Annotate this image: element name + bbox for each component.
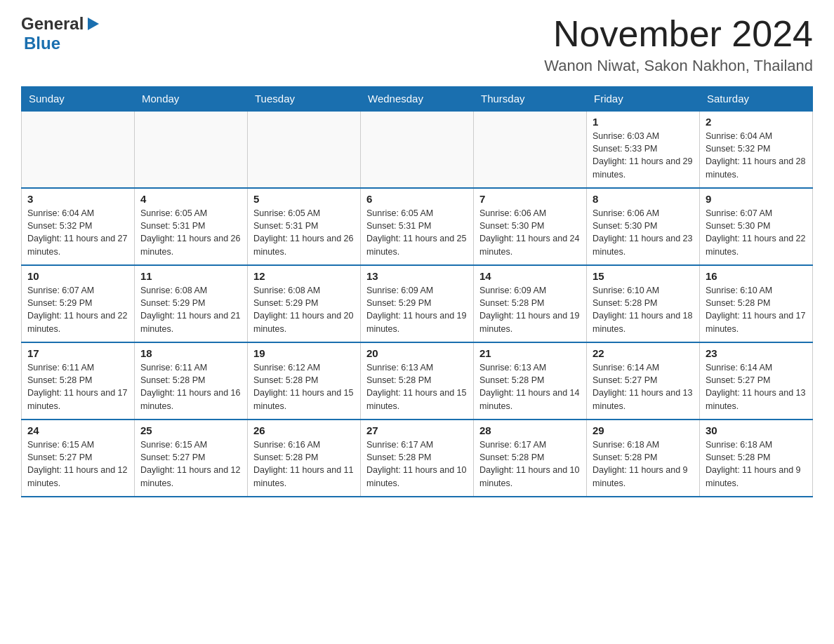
calendar-cell: 11Sunrise: 6:08 AM Sunset: 5:29 PM Dayli… [135, 265, 248, 342]
day-number: 24 [27, 424, 128, 436]
day-number: 9 [706, 193, 807, 205]
day-info: Sunrise: 6:06 AM Sunset: 5:30 PM Dayligh… [479, 207, 581, 258]
day-info: Sunrise: 6:05 AM Sunset: 5:31 PM Dayligh… [366, 207, 468, 258]
day-info: Sunrise: 6:15 AM Sunset: 5:27 PM Dayligh… [27, 438, 128, 490]
day-number: 16 [706, 270, 807, 282]
calendar-cell: 18Sunrise: 6:11 AM Sunset: 5:28 PM Dayli… [135, 342, 248, 420]
day-number: 20 [366, 347, 468, 359]
page-header: General Blue November 2024 Wanon Niwat, … [21, 14, 813, 75]
day-number: 26 [253, 424, 355, 436]
week-row-1: 3Sunrise: 6:04 AM Sunset: 5:32 PM Daylig… [22, 188, 813, 265]
logo-blue-text: Blue [24, 34, 60, 53]
day-info: Sunrise: 6:08 AM Sunset: 5:29 PM Dayligh… [253, 284, 355, 335]
day-info: Sunrise: 6:17 AM Sunset: 5:28 PM Dayligh… [366, 438, 468, 490]
day-info: Sunrise: 6:17 AM Sunset: 5:28 PM Dayligh… [479, 438, 581, 490]
calendar-cell: 5Sunrise: 6:05 AM Sunset: 5:31 PM Daylig… [248, 188, 361, 265]
day-number: 12 [253, 270, 355, 282]
header-tuesday: Tuesday [248, 87, 361, 112]
day-info: Sunrise: 6:09 AM Sunset: 5:28 PM Dayligh… [479, 284, 581, 335]
header-friday: Friday [587, 87, 700, 112]
logo-triangle-icon [86, 16, 100, 32]
header-wednesday: Wednesday [361, 87, 474, 112]
calendar-cell [474, 111, 587, 188]
day-info: Sunrise: 6:06 AM Sunset: 5:30 PM Dayligh… [593, 207, 694, 258]
day-number: 17 [27, 347, 128, 359]
calendar-cell: 13Sunrise: 6:09 AM Sunset: 5:29 PM Dayli… [361, 265, 474, 342]
location-subtitle: Wanon Niwat, Sakon Nakhon, Thailand [544, 57, 813, 75]
calendar-cell: 7Sunrise: 6:06 AM Sunset: 5:30 PM Daylig… [474, 188, 587, 265]
calendar-cell: 27Sunrise: 6:17 AM Sunset: 5:28 PM Dayli… [361, 420, 474, 497]
day-info: Sunrise: 6:11 AM Sunset: 5:28 PM Dayligh… [140, 361, 241, 412]
day-number: 10 [27, 270, 128, 282]
day-number: 8 [593, 193, 694, 205]
calendar-cell: 9Sunrise: 6:07 AM Sunset: 5:30 PM Daylig… [700, 188, 813, 265]
calendar-cell: 19Sunrise: 6:12 AM Sunset: 5:28 PM Dayli… [248, 342, 361, 420]
calendar-cell: 2Sunrise: 6:04 AM Sunset: 5:32 PM Daylig… [700, 111, 813, 188]
day-info: Sunrise: 6:15 AM Sunset: 5:27 PM Dayligh… [140, 438, 241, 490]
day-info: Sunrise: 6:07 AM Sunset: 5:29 PM Dayligh… [27, 284, 128, 335]
week-row-3: 17Sunrise: 6:11 AM Sunset: 5:28 PM Dayli… [22, 342, 813, 420]
day-number: 7 [479, 193, 581, 205]
week-row-0: 1Sunrise: 6:03 AM Sunset: 5:33 PM Daylig… [22, 111, 813, 188]
day-info: Sunrise: 6:13 AM Sunset: 5:28 PM Dayligh… [479, 361, 581, 412]
calendar-cell: 1Sunrise: 6:03 AM Sunset: 5:33 PM Daylig… [587, 111, 700, 188]
header-saturday: Saturday [700, 87, 813, 112]
day-info: Sunrise: 6:08 AM Sunset: 5:29 PM Dayligh… [140, 284, 241, 335]
calendar-cell: 20Sunrise: 6:13 AM Sunset: 5:28 PM Dayli… [361, 342, 474, 420]
header-thursday: Thursday [474, 87, 587, 112]
day-number: 28 [479, 424, 581, 436]
calendar-cell: 14Sunrise: 6:09 AM Sunset: 5:28 PM Dayli… [474, 265, 587, 342]
calendar-cell: 25Sunrise: 6:15 AM Sunset: 5:27 PM Dayli… [135, 420, 248, 497]
logo: General Blue [21, 14, 100, 53]
day-info: Sunrise: 6:09 AM Sunset: 5:29 PM Dayligh… [366, 284, 468, 335]
calendar-cell: 12Sunrise: 6:08 AM Sunset: 5:29 PM Dayli… [248, 265, 361, 342]
day-info: Sunrise: 6:10 AM Sunset: 5:28 PM Dayligh… [593, 284, 694, 335]
logo-general-text: General [21, 14, 84, 34]
calendar-cell: 30Sunrise: 6:18 AM Sunset: 5:28 PM Dayli… [700, 420, 813, 497]
day-number: 6 [366, 193, 468, 205]
day-number: 19 [253, 347, 355, 359]
week-row-4: 24Sunrise: 6:15 AM Sunset: 5:27 PM Dayli… [22, 420, 813, 497]
day-number: 22 [593, 347, 694, 359]
day-info: Sunrise: 6:10 AM Sunset: 5:28 PM Dayligh… [706, 284, 807, 335]
day-info: Sunrise: 6:05 AM Sunset: 5:31 PM Dayligh… [253, 207, 355, 258]
week-row-2: 10Sunrise: 6:07 AM Sunset: 5:29 PM Dayli… [22, 265, 813, 342]
calendar-cell: 15Sunrise: 6:10 AM Sunset: 5:28 PM Dayli… [587, 265, 700, 342]
calendar-cell: 28Sunrise: 6:17 AM Sunset: 5:28 PM Dayli… [474, 420, 587, 497]
calendar-cell: 17Sunrise: 6:11 AM Sunset: 5:28 PM Dayli… [22, 342, 135, 420]
day-info: Sunrise: 6:04 AM Sunset: 5:32 PM Dayligh… [706, 130, 807, 181]
calendar-cell: 23Sunrise: 6:14 AM Sunset: 5:27 PM Dayli… [700, 342, 813, 420]
day-info: Sunrise: 6:13 AM Sunset: 5:28 PM Dayligh… [366, 361, 468, 412]
calendar-cell: 6Sunrise: 6:05 AM Sunset: 5:31 PM Daylig… [361, 188, 474, 265]
day-info: Sunrise: 6:07 AM Sunset: 5:30 PM Dayligh… [706, 207, 807, 258]
calendar-header-row: SundayMondayTuesdayWednesdayThursdayFrid… [22, 87, 813, 112]
day-info: Sunrise: 6:11 AM Sunset: 5:28 PM Dayligh… [27, 361, 128, 412]
day-number: 18 [140, 347, 241, 359]
calendar-cell [22, 111, 135, 188]
calendar-cell [248, 111, 361, 188]
header-monday: Monday [135, 87, 248, 112]
calendar-cell [135, 111, 248, 188]
day-info: Sunrise: 6:14 AM Sunset: 5:27 PM Dayligh… [593, 361, 694, 412]
calendar-cell: 24Sunrise: 6:15 AM Sunset: 5:27 PM Dayli… [22, 420, 135, 497]
day-number: 13 [366, 270, 468, 282]
day-number: 25 [140, 424, 241, 436]
calendar-cell: 16Sunrise: 6:10 AM Sunset: 5:28 PM Dayli… [700, 265, 813, 342]
calendar-cell: 8Sunrise: 6:06 AM Sunset: 5:30 PM Daylig… [587, 188, 700, 265]
day-number: 27 [366, 424, 468, 436]
day-number: 14 [479, 270, 581, 282]
day-number: 29 [593, 424, 694, 436]
month-title: November 2024 [544, 14, 813, 54]
day-info: Sunrise: 6:12 AM Sunset: 5:28 PM Dayligh… [253, 361, 355, 412]
calendar-table: SundayMondayTuesdayWednesdayThursdayFrid… [21, 86, 813, 497]
day-number: 3 [27, 193, 128, 205]
calendar-cell: 4Sunrise: 6:05 AM Sunset: 5:31 PM Daylig… [135, 188, 248, 265]
header-sunday: Sunday [22, 87, 135, 112]
calendar-cell: 26Sunrise: 6:16 AM Sunset: 5:28 PM Dayli… [248, 420, 361, 497]
day-number: 1 [593, 116, 694, 128]
calendar-cell: 10Sunrise: 6:07 AM Sunset: 5:29 PM Dayli… [22, 265, 135, 342]
calendar-cell [361, 111, 474, 188]
calendar-cell: 21Sunrise: 6:13 AM Sunset: 5:28 PM Dayli… [474, 342, 587, 420]
day-number: 15 [593, 270, 694, 282]
day-number: 4 [140, 193, 241, 205]
